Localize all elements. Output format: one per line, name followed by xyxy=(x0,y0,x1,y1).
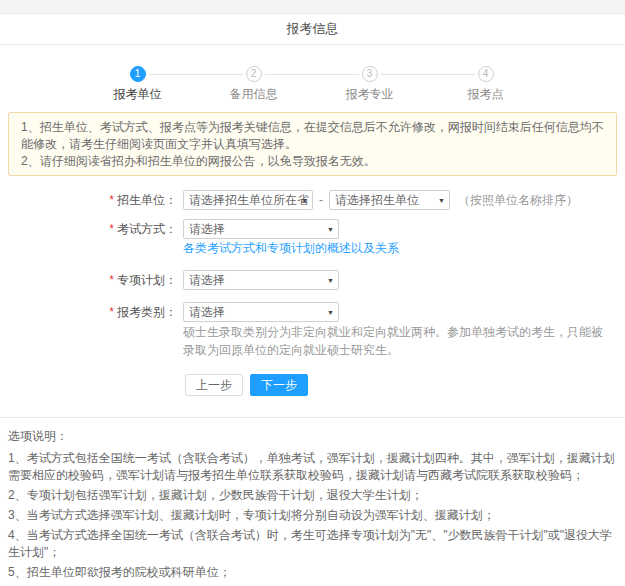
step-3-circle: 3 xyxy=(362,66,378,82)
chevron-down-icon: ▼ xyxy=(327,226,334,233)
step-1-label: 报考单位 xyxy=(80,86,196,103)
step-connector xyxy=(265,74,312,75)
registration-form: *招生单位： 请选择招生单位所在省（ ▼ - 请选择招生单位 ▼ （按照单位名称… xyxy=(0,190,625,396)
chevron-down-icon: ▼ xyxy=(327,277,334,284)
prev-step-button[interactable]: 上一步 xyxy=(185,374,243,396)
stepper: 1 报考单位 2 备用信息 3 报考专业 4 xyxy=(80,66,546,103)
apply-category-help: 硕士生录取类别分为非定向就业和定向就业两种。参加单独考试的考生，只能被录取为回原… xyxy=(183,324,608,359)
step-backup-info: 2 备用信息 xyxy=(196,66,312,103)
special-plan-label: *专项计划： xyxy=(0,272,177,289)
special-plan-row: *专项计划： 请选择 ▼ xyxy=(0,270,625,290)
option-notes-section: 选项说明： 1、考试方式包括全国统一考试（含联合考试），单独考试，强军计划，援藏… xyxy=(0,418,625,586)
apply-category-select[interactable]: 请选择 ▼ xyxy=(183,302,339,322)
step-connector xyxy=(80,74,127,75)
required-marker: * xyxy=(109,305,114,319)
special-plan-select[interactable]: 请选择 ▼ xyxy=(183,270,339,290)
exam-method-link-row: 各类考试方式和专项计划的概述以及关系 xyxy=(183,240,625,257)
step-4-circle: 4 xyxy=(478,66,494,82)
chevron-down-icon: ▼ xyxy=(327,309,334,316)
page-top-strip xyxy=(0,0,625,13)
chevron-down-icon: ▼ xyxy=(438,197,445,204)
recruit-unit-row: *招生单位： 请选择招生单位所在省（ ▼ - 请选择招生单位 ▼ （按照单位名称… xyxy=(0,190,625,210)
step-apply-unit: 1 报考单位 xyxy=(80,66,196,103)
note-item-2: 2、专项计划包括强军计划，援藏计划，少数民族骨干计划，退役大学生计划； xyxy=(8,487,617,504)
unit-select[interactable]: 请选择招生单位 ▼ xyxy=(329,190,450,210)
step-connector xyxy=(312,74,359,75)
unit-sort-hint: （按照单位名称排序） xyxy=(458,192,578,209)
note-item-5: 5、招生单位即欲报考的院校或科研单位； xyxy=(8,564,617,581)
step-2-circle: 2 xyxy=(246,66,262,82)
chevron-down-icon: ▼ xyxy=(301,197,308,204)
step-2-label: 备用信息 xyxy=(196,86,312,103)
province-select[interactable]: 请选择招生单位所在省（ ▼ xyxy=(183,190,313,210)
note-item-3: 3、当考试方式选择强军计划、援藏计划时，专项计划将分别自动设为强军计划、援藏计划… xyxy=(8,507,617,524)
exam-method-row: *考试方式： 请选择 ▼ xyxy=(0,219,625,239)
note-item-4: 4、当考试方式选择全国统一考试（含联合考试）时，考生可选择专项计划为"无"、"少… xyxy=(8,527,617,561)
step-4-label: 报考点 xyxy=(428,86,544,103)
notice-line-1: 1、招生单位、考试方式、报考点等为报考关键信息，在提交信息后不允许修改，网报时间… xyxy=(21,119,604,153)
required-marker: * xyxy=(109,193,114,207)
apply-category-label: *报考类别： xyxy=(0,304,177,321)
apply-category-row: *报考类别： 请选择 ▼ xyxy=(0,302,625,322)
step-connector xyxy=(381,74,428,75)
step-connector xyxy=(149,74,196,75)
form-buttons: 上一步 下一步 xyxy=(185,374,625,396)
note-item-1: 1、考试方式包括全国统一考试（含联合考试），单独考试，强军计划，援藏计划四种。其… xyxy=(8,450,617,484)
step-connector xyxy=(497,74,544,75)
step-exam-site: 4 报考点 xyxy=(428,66,544,103)
warning-notice-box: 1、招生单位、考试方式、报考点等为报考关键信息，在提交信息后不允许修改，网报时间… xyxy=(8,112,617,176)
registration-panel: 报考信息 1 报考单位 2 备用信息 3 报考专业 xyxy=(0,13,625,586)
step-1-circle: 1 xyxy=(130,66,146,82)
step-apply-major: 3 报考专业 xyxy=(312,66,428,103)
exam-method-label: *考试方式： xyxy=(0,221,177,238)
select-separator: - xyxy=(319,193,323,207)
recruit-unit-label: *招生单位： xyxy=(0,192,177,209)
required-marker: * xyxy=(109,273,114,287)
exam-method-select[interactable]: 请选择 ▼ xyxy=(183,219,339,239)
step-connector xyxy=(428,74,475,75)
step-3-label: 报考专业 xyxy=(312,86,428,103)
notice-line-2: 2、请仔细阅读省招办和招生单位的网报公告，以免导致报名无效。 xyxy=(21,153,604,170)
step-connector xyxy=(196,74,243,75)
exam-method-info-link[interactable]: 各类考试方式和专项计划的概述以及关系 xyxy=(183,241,399,255)
page-title: 报考信息 xyxy=(287,21,339,36)
next-step-button[interactable]: 下一步 xyxy=(250,374,308,396)
required-marker: * xyxy=(109,222,114,236)
title-bar: 报考信息 xyxy=(0,14,625,45)
notes-title: 选项说明： xyxy=(8,428,617,445)
